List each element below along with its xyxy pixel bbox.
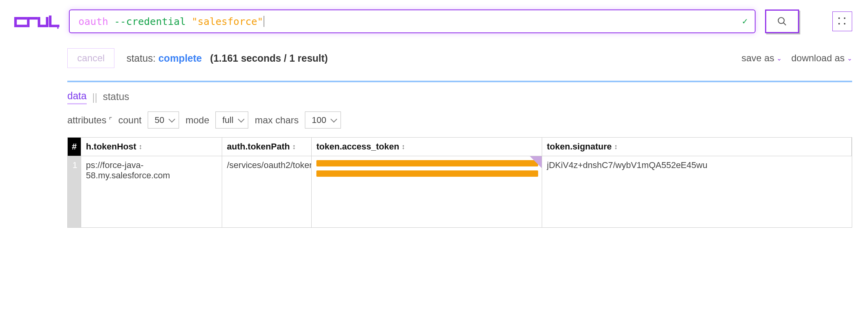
chevron-down-icon: ⌄ [847,55,852,62]
cell-overflow-icon[interactable] [530,156,542,168]
download-as-menu[interactable]: download as⌄ [791,53,852,64]
sort-icon: ↕ [614,143,618,151]
sort-icon: ↕ [402,143,405,151]
column-header-signature[interactable]: token.signature↕ [542,138,852,156]
apps-menu-button[interactable] [832,11,852,31]
status-text: status: complete (1.161 seconds / 1 resu… [126,53,328,64]
expand-icon: ⌜ [109,116,112,125]
tab-data[interactable]: data [67,90,87,104]
svg-point-1 [778,17,784,23]
mode-select[interactable]: full [215,112,248,129]
sort-icon: ↕ [139,143,142,151]
cancel-button[interactable]: cancel [67,48,114,68]
divider [67,81,852,82]
cell-tokenpath[interactable]: /services/oauth2/token [222,156,312,227]
column-header-accesstoken[interactable]: token.access_token↕ [312,138,542,156]
logo [13,12,59,31]
column-header-tokenpath[interactable]: auth.tokenPath↕ [222,138,312,156]
column-header-tokenhost[interactable]: h.tokenHost↕ [81,138,222,156]
maxchars-label: max chars [255,115,299,126]
valid-check-icon: ✓ [742,17,748,26]
svg-line-2 [783,23,786,25]
cell-signature[interactable]: jDKiV4z+dnshC7/wybV1mQA552eE45wu [542,156,852,227]
save-as-menu[interactable]: save as⌄ [742,53,782,64]
count-label: count [118,115,142,126]
count-select[interactable]: 50 [148,112,179,129]
search-button[interactable] [765,9,799,33]
maxchars-select[interactable]: 100 [305,112,341,129]
tab-status[interactable]: status [103,91,129,104]
chevron-down-icon: ⌄ [777,55,782,62]
search-icon [777,16,787,26]
query-input[interactable] [69,9,756,33]
sort-icon: ↕ [292,143,296,151]
cell-accesstoken[interactable] [312,156,542,227]
row-number: 1 [68,156,81,227]
svg-point-0 [57,27,59,29]
cell-tokenhost[interactable]: ps://force-java-58.my.salesforce.com [81,156,222,227]
results-table: # h.tokenHost↕ auth.tokenPath↕ token.acc… [67,137,852,228]
column-header-index[interactable]: # [68,138,81,156]
attributes-toggle[interactable]: attributes⌜ [67,115,112,126]
mode-label: mode [185,115,209,126]
tab-separator: || [92,92,97,103]
